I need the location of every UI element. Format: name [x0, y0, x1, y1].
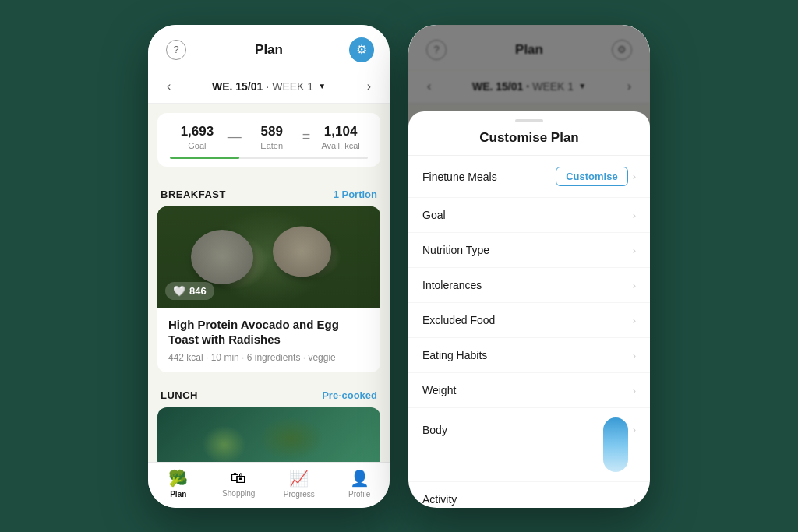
- lunch-section-header: LUNCH Pre-cooked: [148, 380, 390, 407]
- meal-meta: 442 kcal · 10 min · 6 ingredients · vegg…: [168, 352, 369, 363]
- weight-chevron-icon: ›: [633, 385, 636, 396]
- bottom-navigation: 🥦 Plan 🛍 Shopping 📈 Progress 👤 Profile: [148, 462, 390, 508]
- nutrition-type-label: Nutrition Type: [422, 244, 489, 256]
- modal-item-goal[interactable]: Goal ›: [408, 198, 650, 233]
- page-title: Plan: [255, 42, 283, 58]
- nav-profile[interactable]: 👤 Profile: [330, 469, 390, 499]
- next-day-button[interactable]: ›: [361, 76, 377, 97]
- excluded-food-right: ›: [633, 315, 636, 326]
- date-navigation: ‹ WE. 15/01 · WEEK 1 ▼ ›: [148, 70, 390, 104]
- heart-icon: 🤍: [173, 285, 185, 297]
- modal-item-eating-habits[interactable]: Eating Habits ›: [408, 338, 650, 373]
- modal-title: Customise Plan: [408, 127, 650, 156]
- eating-habits-right: ›: [633, 350, 636, 361]
- prev-day-button[interactable]: ‹: [161, 76, 177, 97]
- customise-button[interactable]: Customise: [556, 167, 627, 186]
- goal-value: 1,693: [170, 124, 224, 139]
- weight-right: ›: [633, 385, 636, 396]
- plan-label: Plan: [170, 490, 186, 499]
- meal-info: High Protein Avocado and Egg Toast with …: [157, 308, 380, 372]
- weight-label: Weight: [422, 384, 456, 396]
- settings-button[interactable]: ⚙: [349, 37, 374, 62]
- current-date[interactable]: WE. 15/01 · WEEK 1 ▼: [212, 80, 326, 93]
- modal-item-activity[interactable]: Activity ›: [408, 482, 650, 505]
- phone-1: ? Plan ⚙ ‹ WE. 15/01 · WEEK 1 ▼ › 1,693 …: [148, 25, 390, 508]
- breakfast-meal-card[interactable]: 🤍 846 High Protein Avocado and Egg Toast…: [157, 206, 380, 372]
- lunch-meal-card[interactable]: [157, 407, 380, 462]
- goal-label: Goal: [170, 141, 224, 150]
- week-value: WEEK 1: [272, 80, 313, 93]
- modal-item-weight[interactable]: Weight ›: [408, 373, 650, 408]
- avail-label: Avail. kcal: [313, 141, 368, 150]
- nutrition-stats-card: 1,693 Goal — 589 Eaten = 1,104 Avail. kc…: [157, 113, 380, 167]
- like-count: 846: [189, 285, 207, 297]
- customise-plan-modal: Customise Plan Finetune Meals Customise …: [408, 111, 650, 507]
- progress-icon: 📈: [289, 469, 309, 488]
- breakfast-tag[interactable]: 1 Portion: [334, 188, 377, 200]
- body-slider-visual[interactable]: [603, 417, 628, 472]
- nutrition-type-chevron-icon: ›: [633, 245, 636, 256]
- settings-icon: ⚙: [349, 37, 374, 62]
- avail-value: 1,104: [313, 124, 368, 139]
- modal-item-nutrition-type[interactable]: Nutrition Type ›: [408, 233, 650, 268]
- dropdown-icon: ▼: [318, 82, 326, 90]
- goal-stat: 1,693 Goal: [170, 124, 224, 150]
- meal-list: BREAKFAST 1 Portion 🤍 846 High Protein A…: [148, 176, 390, 462]
- plan-icon: 🥦: [168, 469, 188, 488]
- activity-right: ›: [633, 494, 636, 506]
- modal-item-finetune[interactable]: Finetune Meals Customise ›: [408, 156, 650, 198]
- body-label: Body: [422, 417, 447, 436]
- intolerances-label: Intolerances: [422, 279, 482, 291]
- finetune-right: Customise ›: [556, 167, 636, 186]
- nav-progress[interactable]: 📈 Progress: [269, 469, 330, 499]
- help-icon: ?: [166, 40, 186, 60]
- body-right: ›: [603, 417, 636, 472]
- activity-chevron-icon: ›: [633, 494, 636, 506]
- nav-shopping[interactable]: 🛍 Shopping: [209, 469, 270, 499]
- breakfast-title: BREAKFAST: [161, 188, 226, 200]
- lunch-tag[interactable]: Pre-cooked: [322, 389, 377, 401]
- excluded-food-label: Excluded Food: [422, 314, 495, 326]
- nav-plan[interactable]: 🥦 Plan: [148, 469, 209, 499]
- lunch-image: [157, 407, 380, 462]
- eaten-stat: 589 Eaten: [245, 124, 299, 150]
- help-button[interactable]: ?: [164, 37, 189, 62]
- meal-name: High Protein Avocado and Egg Toast with …: [168, 317, 369, 347]
- modal-options-list: Finetune Meals Customise › Goal › Nutrit…: [408, 156, 650, 505]
- calorie-progress-bar: [170, 157, 368, 159]
- eating-habits-label: Eating Habits: [422, 349, 487, 361]
- profile-label: Profile: [348, 490, 370, 499]
- lunch-title: LUNCH: [161, 389, 198, 401]
- modal-drag-handle: [515, 119, 543, 122]
- calorie-progress-fill: [170, 157, 239, 159]
- intolerances-chevron-icon: ›: [633, 280, 636, 291]
- intolerances-right: ›: [633, 280, 636, 291]
- shopping-icon: 🛍: [231, 469, 246, 487]
- modal-item-excluded-food[interactable]: Excluded Food ›: [408, 303, 650, 338]
- finetune-chevron-icon: ›: [633, 171, 636, 182]
- goal-label: Goal: [422, 209, 446, 221]
- phone-2: ? Plan ⚙ ‹ WE. 15/01 · WEEK 1 ▼ ›: [408, 25, 650, 508]
- date-value: WE. 15/01: [212, 80, 263, 93]
- lunch-visual: [157, 407, 380, 462]
- breakfast-section-header: BREAKFAST 1 Portion: [148, 179, 390, 206]
- modal-item-intolerances[interactable]: Intolerances ›: [408, 268, 650, 303]
- shopping-label: Shopping: [222, 489, 255, 498]
- dash-separator: —: [224, 129, 245, 145]
- excluded-food-chevron-icon: ›: [633, 315, 636, 326]
- week-separator: ·: [266, 80, 269, 93]
- meal-image: 🤍 846: [157, 206, 380, 308]
- phone1-header: ? Plan ⚙: [148, 25, 390, 70]
- like-badge: 🤍 846: [165, 282, 214, 300]
- goal-right: ›: [633, 210, 636, 221]
- modal-item-body[interactable]: Body ›: [408, 408, 650, 482]
- stats-row: 1,693 Goal — 589 Eaten = 1,104 Avail. kc…: [170, 124, 368, 150]
- profile-icon: 👤: [350, 469, 369, 488]
- finetune-label: Finetune Meals: [422, 171, 497, 183]
- avail-stat: 1,104 Avail. kcal: [313, 124, 368, 150]
- eating-habits-chevron-icon: ›: [633, 350, 636, 361]
- equals-separator: =: [299, 129, 314, 145]
- eaten-label: Eaten: [245, 141, 299, 150]
- progress-label: Progress: [284, 490, 315, 499]
- goal-chevron-icon: ›: [633, 210, 636, 221]
